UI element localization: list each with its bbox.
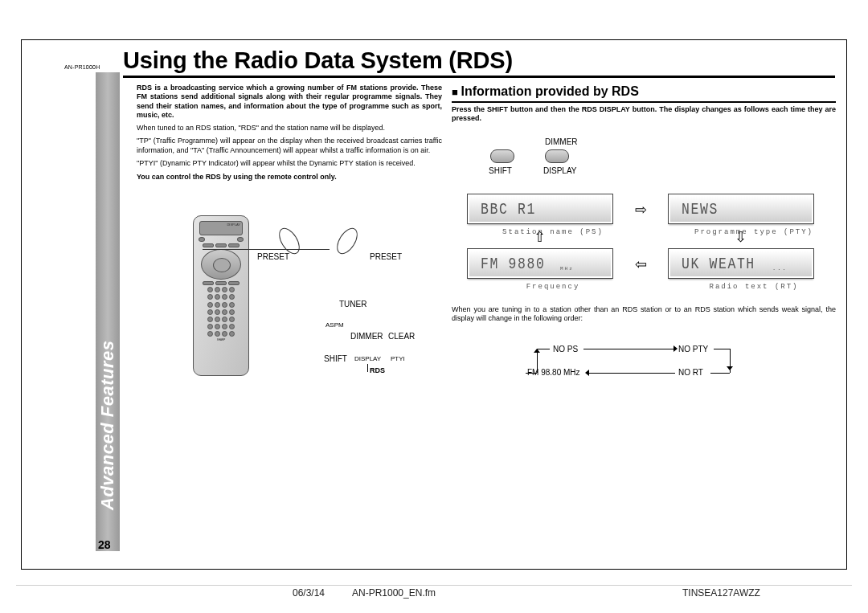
title-block: Using the Radio Data System (RDS) [123, 47, 835, 78]
lcd-pty: NEWS Programme type (PTY) [669, 194, 813, 223]
lcd-rt-sub: Radio text (RT) [682, 283, 826, 291]
callout-shift: SHIFT [324, 354, 347, 363]
order-note: When you are tuning in to a station othe… [452, 305, 836, 323]
lcd-rt-text: UK WEATH [682, 255, 755, 273]
arrow-right-icon: ⇨ [635, 201, 647, 219]
sidebar-label: Advanced Features [97, 366, 118, 510]
footer-file: AN-PR1000_EN.fm [352, 587, 436, 599]
intro-p1: RDS is a broadcasting service which a gr… [137, 84, 442, 120]
title-rule [123, 76, 835, 78]
footer-code: TINSEA127AWZZ [682, 587, 760, 599]
lcd-ps: BBC R1 Station name (PS) [468, 194, 612, 223]
callout-display: DISPLAY [354, 355, 381, 362]
page-number: 28 [98, 538, 111, 551]
intro-p4: "PTYI" (Dynamic PTY Indicator) will appe… [137, 159, 442, 168]
callout-rds: RDS [370, 366, 385, 374]
right-intro: Press the SHIFT button and then the RDS … [452, 105, 836, 123]
callout-preset-left: PRESET [257, 252, 289, 261]
flow-no-pty: NO PTY [678, 345, 708, 353]
remote-screen: DISPLAY [199, 221, 243, 235]
left-column: RDS is a broadcasting service which a gr… [137, 84, 442, 186]
lcd-ps-sub: Station name (PS) [481, 228, 625, 236]
callout-dimmer: DIMMER [350, 332, 383, 341]
shift-button-icon [490, 149, 514, 163]
lcd-freq-sub: Frequency [481, 283, 625, 291]
flow-diagram: NO PS NO PTY FM 98.80 MHz NO RT [505, 341, 786, 386]
callout-tuner: TUNER [339, 300, 366, 309]
right-column: Information provided by RDS Press the SH… [452, 84, 836, 126]
dimmer-label: DIMMER [545, 137, 578, 146]
lcd-freq: FM 9880 MHz Frequency [468, 249, 612, 278]
model-tag: AN-PR1000H [64, 64, 100, 70]
intro-p3: "TP" (Traffic Programme) will appear on … [137, 137, 442, 155]
arrow-up-icon: ⇧ [534, 228, 546, 246]
lcd-pty-sub: Programme type (PTY) [682, 228, 826, 236]
page-title: Using the Radio Data System (RDS) [123, 47, 835, 74]
callout-ptyi: PTYI [391, 355, 405, 362]
arrow-down-icon: ⇩ [735, 228, 747, 246]
footer-rule [16, 585, 852, 586]
right-rule [452, 101, 836, 103]
lcd-ps-text: BBC R1 [481, 200, 536, 219]
section-sidebar: Advanced Features [96, 72, 120, 551]
flow-no-ps: NO PS [553, 345, 578, 353]
display-label: DISPLAY [543, 166, 577, 175]
lcd-freq-unit: MHz [560, 266, 574, 272]
control-note: You can control the RDS by using the rem… [137, 173, 442, 182]
callout-aspm: ASPM [326, 321, 344, 329]
callout-clear: CLEAR [388, 332, 415, 341]
footer-date: 06/3/14 [293, 587, 325, 599]
display-button-icon [545, 149, 569, 163]
right-heading: Information provided by RDS [452, 84, 836, 99]
lcd-rt-dots: ... [772, 265, 788, 272]
lcd-freq-text: FM 9880 [481, 255, 545, 273]
intro-p2: When tuned to an RDS station, "RDS" and … [137, 124, 442, 133]
lcd-pty-text: NEWS [682, 200, 719, 219]
remote-control-icon: DISPLAY SHARP [193, 215, 249, 376]
arrow-left-icon: ⇦ [635, 255, 647, 273]
remote-diagram: DISPLAY SHARP PRESET PRESET TUNER ASPM D… [137, 215, 442, 392]
preset-right-circle [333, 224, 362, 257]
callout-preset-right: PRESET [370, 252, 402, 261]
flow-no-rt: NO RT [678, 368, 703, 377]
lcd-rt: UK WEATH ... Radio text (RT) [669, 249, 813, 278]
shift-display-buttons: SHIFT DIMMER DISPLAY [482, 137, 643, 178]
shift-label: SHIFT [489, 166, 512, 175]
